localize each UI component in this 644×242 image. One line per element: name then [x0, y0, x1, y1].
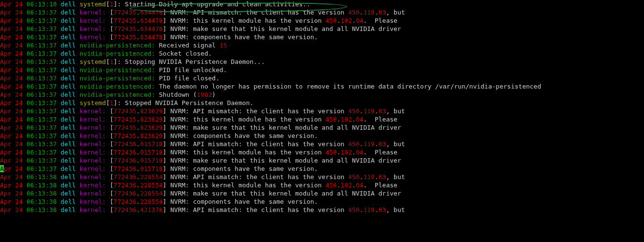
- kernel-ts-usec: 228554: [140, 173, 163, 181]
- log-line: Apr 24 06:13:37 dell nvidia-persistenced…: [0, 91, 644, 99]
- log-date: Apr 24: [0, 182, 23, 189]
- kernel-ts-usec: 634478: [140, 33, 163, 41]
- version-major: 450: [325, 149, 337, 156]
- log-date: Apr 24: [0, 9, 23, 16]
- version-minor: 119: [363, 140, 374, 148]
- log-time: 06:13:37: [27, 25, 57, 32]
- kernel-ts-sec: 772435: [114, 9, 136, 16]
- log-service: kernel:: [79, 9, 106, 16]
- log-date: Apr 24: [0, 157, 23, 164]
- log-time: 06:13:10: [27, 0, 57, 8]
- version-minor: 102: [340, 17, 351, 24]
- version-minor: 119: [363, 9, 374, 16]
- version-major: 450: [325, 17, 337, 24]
- kernel-ts-sec: 772436: [114, 173, 136, 181]
- kernel-ts-usec: 823629: [140, 124, 163, 131]
- log-service: kernel:: [79, 116, 106, 123]
- log-line: Apr 24 06:13:37 dell kernel: [772435.634…: [0, 16, 644, 25]
- log-service: kernel:: [79, 182, 106, 189]
- log-line: Apr 24 06:13:37 dell kernel: [772436.015…: [0, 148, 644, 156]
- log-date: Apr 24: [0, 25, 23, 32]
- kernel-ts-usec: 015718: [140, 165, 163, 172]
- log-line: Apr 24 06:13:10 dell systemd[1]: Startin…: [0, 0, 644, 8]
- log-host: dell: [60, 91, 75, 98]
- log-host: dell: [60, 17, 75, 24]
- log-line: Apr 24 06:13:37 dell kernel: [772435.823…: [0, 132, 644, 140]
- log-message: NVRM: this kernel module has the version: [170, 182, 325, 189]
- log-time: 06:13:37: [27, 17, 57, 24]
- log-line: Apr 24 06:13:37 dell kernel: [772435.823…: [0, 107, 644, 115]
- kernel-ts-sec: 772436: [114, 165, 136, 172]
- cursor-char: A: [0, 165, 4, 172]
- kernel-ts-usec: 015718: [140, 149, 163, 156]
- log-date: Apr 24: [0, 17, 23, 24]
- log-time: 06:13:37: [27, 107, 57, 115]
- log-time: 06:13:38: [27, 198, 57, 205]
- kernel-ts-sec: 772436: [114, 198, 136, 205]
- log-message: PID file unlocked.: [159, 66, 227, 74]
- log-tail: , but: [386, 140, 405, 148]
- kernel-ts-sec: 772436: [114, 206, 136, 213]
- log-time: 06:13:37: [27, 149, 57, 156]
- log-time: 06:13:37: [27, 124, 57, 131]
- log-time: 06:13:37: [27, 33, 57, 41]
- version-patch: 03: [379, 140, 386, 148]
- log-service: kernel:: [79, 140, 106, 148]
- log-service: kernel:: [79, 206, 106, 213]
- kernel-ts-usec: 015718: [140, 157, 163, 164]
- version-minor: 119: [363, 206, 374, 213]
- kernel-ts-sec: 772436: [114, 140, 136, 148]
- log-message: Stopping NVIDIA Persistence Daemon...: [125, 58, 265, 65]
- log-host: dell: [60, 66, 75, 74]
- log-date: Apr 24: [0, 116, 23, 123]
- log-host: dell: [60, 132, 75, 139]
- version-patch: 04: [356, 149, 364, 156]
- log-time: 06:13:37: [27, 75, 57, 82]
- log-message: NVRM: make sure that this kernel module …: [170, 157, 401, 164]
- log-host: dell: [60, 140, 75, 148]
- log-pid: 1: [110, 0, 114, 8]
- log-date: Apr 24: [0, 206, 23, 213]
- log-message: NVRM: API mismatch: the client has the v…: [170, 140, 348, 148]
- log-message: Starting Daily apt upgrade and clean act…: [125, 0, 310, 8]
- log-date: Apr 24: [0, 107, 23, 115]
- version-patch: 04: [356, 182, 364, 189]
- log-line: Apr 24 06:13:37 dell kernel: [772435.634…: [0, 33, 644, 41]
- kernel-ts-sec: 772435: [114, 17, 136, 24]
- log-message: PID file closed.: [159, 75, 220, 82]
- version-major: 450: [348, 9, 359, 16]
- log-tail: , but: [386, 206, 405, 213]
- log-time: 06:13:37: [27, 83, 57, 90]
- log-line: Apr 24 06:13:37 dell kernel: [772435.634…: [0, 25, 644, 33]
- log-message: NVRM: API mismatch: the client has the v…: [170, 173, 348, 181]
- kernel-ts-sec: 772435: [114, 25, 136, 32]
- log-tail: . Please: [363, 116, 397, 123]
- version-minor: 102: [340, 149, 351, 156]
- log-pid: 1: [110, 99, 114, 106]
- log-service: kernel:: [79, 33, 106, 41]
- kernel-ts-usec: 228554: [140, 182, 163, 189]
- log-tail: . Please: [363, 182, 397, 189]
- log-date: Apr 24: [0, 149, 23, 156]
- log-message: NVRM: API mismatch: the client has the v…: [170, 206, 348, 213]
- version-minor: 102: [340, 116, 351, 123]
- log-time: 06:13:37: [27, 58, 57, 65]
- log-host: dell: [60, 75, 75, 82]
- log-service: kernel:: [79, 173, 106, 181]
- version-patch: 03: [379, 173, 386, 181]
- version-patch: 03: [379, 206, 386, 213]
- log-message: NVRM: components have the same version.: [170, 132, 318, 139]
- log-tail: , but: [386, 173, 405, 181]
- log-date: Apr 24: [0, 42, 23, 49]
- log-host: dell: [60, 0, 75, 8]
- version-major: 450: [325, 182, 337, 189]
- log-time: 06:13:37: [27, 99, 57, 106]
- log-time: 06:13:37: [27, 50, 57, 57]
- log-line: Apr 24 06:13:37 dell nvidia-persistenced…: [0, 82, 644, 91]
- log-message: NVRM: components have the same version.: [170, 33, 318, 41]
- kernel-ts-sec: 772435: [114, 124, 136, 131]
- log-tail: ): [212, 91, 216, 98]
- version-patch: 04: [356, 116, 364, 123]
- log-host: dell: [60, 9, 75, 16]
- kernel-ts-usec: 228554: [140, 190, 163, 197]
